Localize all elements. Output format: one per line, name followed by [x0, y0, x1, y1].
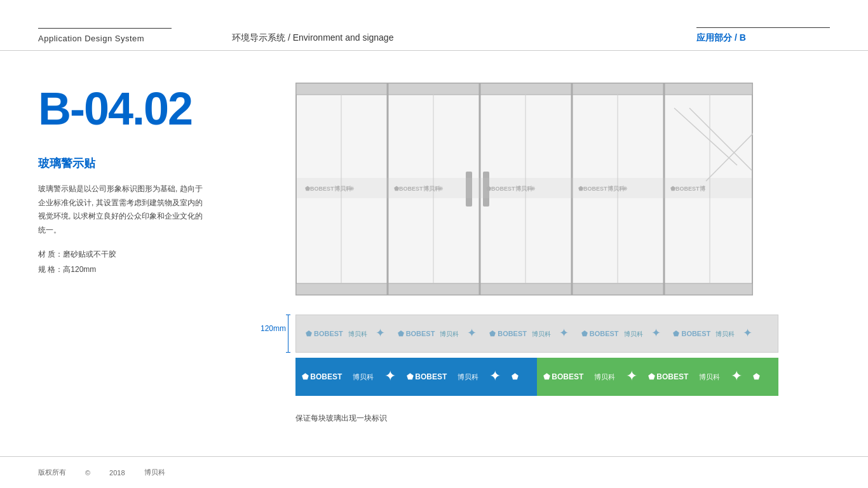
svg-text:✦: ✦: [559, 327, 569, 339]
svg-text:⬟ BOBEST: ⬟ BOBEST: [407, 372, 447, 381]
blue-strip: ⬟ BOBEST 博贝科 ✦ ⬟ BOBEST 博贝科 ✦ ⬟: [295, 358, 537, 396]
color-strip: ⬟ BOBEST 博贝科 ✦ ⬟ BOBEST 博贝科 ✦ ⬟ ⬟ BOBEST…: [295, 358, 778, 396]
glass-diagram: ⬟BOBEST博贝科 ❋ ⬟BOBEST博贝科 ❋ ⬟BOBEST博贝科 ❋ ⬟…: [295, 83, 753, 295]
svg-text:博贝科: 博贝科: [353, 373, 374, 381]
svg-text:⬟ BOBEST: ⬟ BOBEST: [673, 330, 710, 337]
section-title: 玻璃警示贴: [38, 156, 210, 171]
svg-text:⬟ BOBEST: ⬟ BOBEST: [306, 330, 343, 337]
svg-text:✦: ✦: [489, 368, 501, 384]
svg-text:✦: ✦: [626, 368, 637, 384]
svg-text:⬟ BOBEST: ⬟ BOBEST: [543, 372, 584, 381]
footer-copyright: 版权所有: [38, 468, 66, 477]
blue-strip-svg: ⬟ BOBEST 博贝科 ✦ ⬟ BOBEST 博贝科 ✦ ⬟: [295, 358, 537, 396]
header-right: 应用部分 / B: [696, 27, 830, 44]
page-number: B-04.02: [38, 83, 192, 135]
svg-text:⬟BOBEST博贝科: ⬟BOBEST博贝科: [305, 186, 352, 192]
header-right-line: [696, 27, 830, 28]
svg-text:❋: ❋: [438, 186, 444, 192]
svg-text:博贝科: 博贝科: [699, 373, 720, 381]
svg-text:⬟ BOBEST: ⬟ BOBEST: [648, 372, 689, 381]
svg-text:✦: ✦: [467, 327, 477, 339]
footer: 版权所有 © 2018 博贝科: [0, 456, 868, 488]
svg-rect-1: [296, 83, 752, 95]
description: 玻璃警示贴是以公司形象标识图形为基础, 趋向于企业标准化设计, 其设置需考虑到建…: [38, 182, 210, 237]
svg-text:❋: ❋: [531, 186, 536, 192]
svg-text:⬟BOBEST博贝科: ⬟BOBEST博贝科: [486, 186, 533, 192]
header-left-line: [38, 28, 172, 29]
note-text: 保证每块玻璃出现一块标识: [295, 413, 387, 424]
section-nav: 环境导示系统 / Environment and signage: [232, 32, 393, 43]
svg-text:博贝科: 博贝科: [440, 330, 459, 337]
gray-strip: ⬟ BOBEST 博贝科 ✦ ⬟ BOBEST 博贝科 ✦ ⬟ BOBEST 博…: [295, 315, 778, 353]
gray-strip-svg: ⬟ BOBEST 博贝科 ✦ ⬟ BOBEST 博贝科 ✦ ⬟ BOBEST 博…: [296, 315, 778, 353]
footer-year: 2018: [109, 469, 125, 477]
section-id: 应用部分 / B: [696, 32, 746, 43]
svg-text:⬟BOBEST博贝科: ⬟BOBEST博贝科: [394, 186, 441, 192]
svg-text:✦: ✦: [384, 368, 396, 384]
svg-text:博贝科: 博贝科: [594, 373, 615, 381]
svg-text:⬟: ⬟: [512, 372, 519, 381]
app-title: Application Design System: [38, 34, 144, 43]
dimension-label: 120mm: [261, 324, 286, 333]
glass-door-svg: ⬟BOBEST博贝科 ❋ ⬟BOBEST博贝科 ❋ ⬟BOBEST博贝科 ❋ ⬟…: [295, 83, 753, 295]
header-center: 环境导示系统 / Environment and signage: [232, 32, 393, 44]
footer-symbol: ©: [85, 469, 90, 477]
green-strip: ⬟ BOBEST 博贝科 ✦ ⬟ BOBEST 博贝科 ✦ ⬟: [537, 358, 778, 396]
svg-text:❋: ❋: [349, 186, 355, 192]
svg-rect-2: [296, 283, 752, 295]
svg-text:博贝科: 博贝科: [348, 330, 367, 337]
svg-text:✦: ✦: [731, 368, 742, 384]
left-content: 玻璃警示贴 玻璃警示贴是以公司形象标识图形为基础, 趋向于企业标准化设计, 其设…: [38, 156, 210, 277]
header-left: Application Design System: [38, 28, 172, 44]
svg-text:⬟BOBEST博: ⬟BOBEST博: [670, 186, 706, 192]
svg-text:⬟ BOBEST: ⬟ BOBEST: [489, 330, 527, 337]
strip-wrapper: 120mm ⬟ BOBEST 博贝科 ✦ ⬟ BOBEST 博贝科 ✦ ⬟ BO…: [295, 315, 778, 353]
svg-text:✦: ✦: [651, 327, 661, 339]
svg-text:博贝科: 博贝科: [532, 330, 551, 337]
svg-text:✦: ✦: [376, 327, 385, 339]
footer-company: 博贝科: [144, 468, 165, 477]
svg-text:博贝科: 博贝科: [624, 330, 643, 337]
svg-text:❋: ❋: [623, 186, 628, 192]
material-info: 材 质：磨砂贴或不干胶 规 格：高120mm: [38, 247, 210, 277]
svg-text:⬟: ⬟: [753, 372, 760, 381]
green-strip-svg: ⬟ BOBEST 博贝科 ✦ ⬟ BOBEST 博贝科 ✦ ⬟: [537, 358, 778, 396]
svg-text:博贝科: 博贝科: [715, 330, 735, 337]
dimension-line: [288, 315, 288, 353]
strip-section: 120mm ⬟ BOBEST 博贝科 ✦ ⬟ BOBEST 博贝科 ✦ ⬟ BO…: [295, 315, 778, 396]
size-label: 规 格：高120mm: [38, 262, 210, 277]
svg-text:⬟BOBEST博贝科: ⬟BOBEST博贝科: [578, 186, 625, 192]
svg-text:⬟ BOBEST: ⬟ BOBEST: [398, 330, 435, 337]
svg-text:✦: ✦: [743, 327, 752, 339]
svg-text:⬟ BOBEST: ⬟ BOBEST: [302, 372, 342, 381]
header: Application Design System 环境导示系统 / Envir…: [0, 0, 868, 51]
svg-text:⬟ BOBEST: ⬟ BOBEST: [581, 330, 619, 337]
svg-text:博贝科: 博贝科: [458, 373, 478, 381]
material-label: 材 质：磨砂贴或不干胶: [38, 247, 210, 262]
